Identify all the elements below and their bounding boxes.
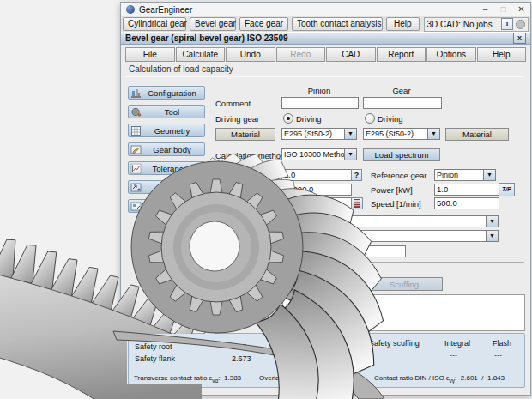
- gear-body-icon: [130, 144, 142, 155]
- gearengineer-window: GearEngineer – □ ✕ Cylindrical gear Beve…: [120, 2, 531, 396]
- sidebar-item-geometry[interactable]: Geometry: [128, 124, 205, 137]
- material-gear-dropdown[interactable]: E295 (St50-2) ▼: [363, 128, 440, 140]
- driving-pinion-radio[interactable]: [283, 113, 293, 124]
- module-tab-row: Cylindrical gear Bevel gear Face gear To…: [121, 16, 530, 33]
- title-bar: GearEngineer – □ ✕: [121, 3, 530, 17]
- chevron-down-icon[interactable]: ▼: [344, 129, 356, 139]
- sidebar-item-label: Configuration: [143, 88, 201, 98]
- torque-power-toggle-button[interactable]: T/P: [499, 183, 515, 196]
- power-input[interactable]: 1.0: [434, 184, 499, 196]
- chevron-down-icon[interactable]: ▼: [344, 149, 356, 160]
- chevron-down-icon[interactable]: ▼: [483, 170, 495, 180]
- material-pinion-value: E295 (St50-2): [282, 129, 344, 139]
- status-led-icon: [516, 20, 525, 29]
- calculation-method-value: ISO 10300 Method B1: [282, 149, 344, 160]
- sidebar-item-configuration[interactable]: Configuration: [128, 86, 205, 100]
- driving-gear-radio[interactable]: [365, 113, 375, 124]
- tab-bevel-gear[interactable]: Bevel gear: [190, 17, 236, 31]
- reference-gear-dropdown[interactable]: Pinion ▼: [434, 169, 496, 181]
- sidebar-item-tool[interactable]: Tool: [128, 105, 205, 118]
- tab-face-gear[interactable]: Face gear: [239, 17, 288, 31]
- material-gear-button[interactable]: Material: [445, 128, 509, 141]
- lubricant-dropdown[interactable]: Standard ISO VG 220 ▼: [220, 230, 499, 242]
- lubricant-value: Standard ISO VG 220: [221, 231, 486, 241]
- temperature-label: Temperature: [217, 247, 263, 257]
- extended-results-box: [282, 294, 525, 331]
- menu-row: File Calculate Undo Redo CAD Report Opti…: [125, 47, 526, 62]
- comment-label: Comment: [215, 99, 251, 108]
- temperature-input[interactable]: 70.0: [293, 245, 406, 257]
- detail-icon: [130, 201, 142, 212]
- calculator-icon: [354, 199, 360, 208]
- overlap-ratio: Overlap ratio εvβ:: [259, 374, 313, 384]
- options-button[interactable]: Options: [426, 47, 476, 62]
- torque-input[interactable]: [281, 197, 352, 209]
- frame-close-button[interactable]: x: [513, 33, 526, 44]
- material-pinion-dropdown[interactable]: E295 (St50-2) ▼: [281, 128, 357, 140]
- help-icon[interactable]: ?: [351, 169, 362, 181]
- sidebar-item-label: M: [143, 183, 201, 192]
- sidebar-item-measurement[interactable]: M: [128, 180, 205, 194]
- sidebar-item-label: Geometry: [143, 126, 201, 136]
- sidebar-item-label: Tool: [143, 107, 201, 117]
- driving-gear-radio-label[interactable]: Driving: [378, 114, 403, 124]
- comment-pinion-input[interactable]: [281, 97, 359, 109]
- window-controls: – □ ✕: [476, 3, 530, 15]
- sidebar-item-gear-body[interactable]: Gear body: [128, 142, 205, 156]
- required-life-input[interactable]: 20000.0: [281, 184, 352, 196]
- app-icon: [126, 5, 135, 14]
- tab-cylindrical-gear[interactable]: Cylindrical gear: [123, 17, 186, 31]
- tool-icon: [130, 106, 142, 118]
- section-title: Calculation of load capacity: [129, 64, 233, 74]
- file-button[interactable]: File: [125, 47, 175, 62]
- frame-title-bar: Bevel gear (spiral bevel gear) ISO 23509…: [121, 32, 530, 45]
- power-label: Power [kW]: [371, 185, 413, 195]
- form-divider: [214, 262, 524, 263]
- application-factor-input[interactable]: 1.0: [281, 169, 352, 181]
- extended-options-title: Extended input options: [281, 267, 365, 276]
- undo-button[interactable]: Undo: [226, 47, 275, 62]
- safety-root-label: Safety root: [135, 342, 172, 351]
- safety-flank-value: 2.673: [232, 354, 251, 363]
- calculate-button[interactable]: Calculate: [176, 47, 226, 62]
- sidebar-item-tolerances[interactable]: Tolerances: [128, 161, 205, 175]
- tab-tooth-contact-analysis[interactable]: Tooth contact analysis: [292, 17, 383, 31]
- close-button[interactable]: ✕: [512, 3, 530, 15]
- safety-scuffing-header: Safety scuffing: [369, 339, 420, 348]
- cad-status-box: 3D CAD: No jobs i: [424, 17, 529, 32]
- chevron-down-icon[interactable]: ▼: [486, 216, 498, 227]
- report-button[interactable]: Report: [377, 47, 426, 62]
- chevron-down-icon[interactable]: ▼: [486, 231, 498, 241]
- material-gear-value: E295 (St50-2): [364, 129, 427, 139]
- chevron-down-icon[interactable]: ▼: [427, 129, 439, 139]
- tolerances-icon: [130, 163, 142, 174]
- measurement-icon: [130, 182, 142, 193]
- comment-gear-input[interactable]: [363, 97, 442, 109]
- cad-button[interactable]: CAD: [326, 47, 376, 62]
- lubrication-type-dropdown[interactable]: Splash lubrication ▼: [220, 215, 499, 227]
- results-panel: Safety root 29.8 Safety flank 2.673 Safe…: [128, 333, 525, 388]
- sidebar-item-label: Gear body: [143, 145, 201, 154]
- din-iso-contact-ratio: Contact ratio DIN / ISO εvγ: 2.601 / 1.8…: [374, 374, 505, 384]
- info-icon[interactable]: i: [501, 18, 513, 30]
- material-pinion-button[interactable]: Material: [215, 128, 275, 141]
- configuration-icon: [130, 88, 142, 99]
- tab-help[interactable]: Help: [386, 17, 419, 31]
- safety-flank-label: Safety flank: [135, 354, 175, 363]
- transverse-contact-ratio: Transverse contact ratio εvα: 1.383: [134, 374, 241, 384]
- tooth-root-flank-button[interactable]: Tooth root / flank: [281, 277, 361, 291]
- driving-pinion-radio-label[interactable]: Driving: [296, 114, 322, 124]
- geometry-icon: [130, 125, 142, 136]
- speed-input[interactable]: 500.0: [434, 197, 499, 209]
- calculation-method-dropdown[interactable]: ISO 10300 Method B1 ▼: [281, 148, 357, 160]
- scuffing-flash-value: ---: [494, 351, 502, 360]
- minimize-button[interactable]: –: [476, 3, 494, 15]
- calculator-button[interactable]: [351, 197, 363, 209]
- maximize-button[interactable]: □: [494, 3, 512, 15]
- lubrication-type-value: Splash lubrication: [221, 216, 486, 227]
- scuffing-integral-value: ---: [450, 351, 457, 360]
- help-button[interactable]: Help: [477, 47, 527, 62]
- sidebar-item-detail[interactable]: [128, 199, 205, 213]
- window-title: GearEngineer: [139, 5, 192, 15]
- load-spectrum-button[interactable]: Load spectrum: [363, 148, 440, 161]
